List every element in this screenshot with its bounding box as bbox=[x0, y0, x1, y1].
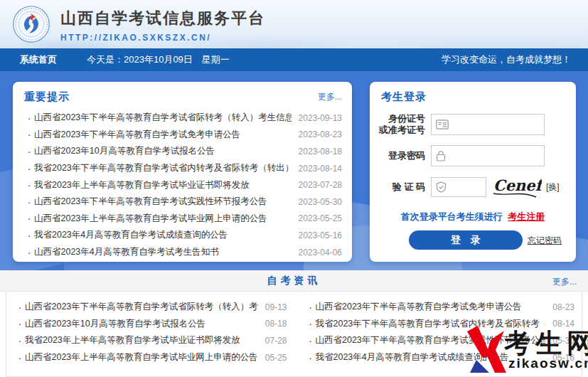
captcha-refresh-link[interactable]: [换] bbox=[546, 181, 560, 193]
notice-item-title[interactable]: 我省2023年4月高等教育自学考试成绩查询的公告 bbox=[34, 229, 292, 241]
news-item[interactable]: · 山西省2023年下半年高等教育自学考试免考申请公告 08-23 bbox=[306, 299, 575, 316]
id-input[interactable] bbox=[452, 116, 523, 133]
nav-home-link[interactable]: 系统首页 bbox=[20, 53, 57, 66]
notices-title: 重要提示 bbox=[24, 90, 70, 104]
news-item-date: 09-13 bbox=[265, 302, 287, 312]
site-url: HTTP://ZIKAO.SXKSZX.CN/ bbox=[60, 33, 265, 43]
news-title: 自考资讯 bbox=[267, 275, 321, 287]
nav-slogan: 学习改变命运，自考成就梦想！ bbox=[442, 53, 571, 66]
bullet-icon: · bbox=[24, 213, 34, 224]
notice-item[interactable]: · 山西省2023年4月高等教育自学考试考生告知书 2023-04-06 bbox=[24, 244, 342, 261]
bullet-icon: · bbox=[24, 163, 34, 174]
id-label-line2: 或准考证号 bbox=[370, 124, 425, 136]
notice-item-title[interactable]: 我省2023年下半年高等教育自学考试省内转考及省际转考（转出）... bbox=[34, 162, 292, 174]
bullet-icon: · bbox=[24, 112, 34, 124]
password-input-box bbox=[431, 145, 545, 166]
site-header: 山西自学考试信息服务平台 HTTP://ZIKAO.SXKSZX.CN/ bbox=[0, 0, 588, 48]
password-field-row: 登录密码 bbox=[370, 145, 576, 166]
notices-header: 重要提示 更多... bbox=[24, 90, 342, 104]
forgot-password-link[interactable]: 忘记密码 bbox=[528, 235, 562, 247]
bullet-icon: · bbox=[24, 196, 34, 208]
notice-item-date: 2023-05-30 bbox=[299, 197, 342, 207]
bullet-icon: · bbox=[24, 179, 34, 191]
notices-more-link[interactable]: 更多... bbox=[318, 91, 342, 103]
notice-item[interactable]: · 山西省2023年下半年高等教育自学考试省际转考（转入）考生信息... 202… bbox=[24, 110, 342, 127]
nav-bar: 系统首页 今天是：2023年10月09日 星期一 学习改变命运，自考成就梦想！ bbox=[0, 48, 588, 71]
id-label-line1: 身份证号 bbox=[370, 113, 425, 124]
notices-panel: 重要提示 更多... · 山西省2023年下半年高等教育自学考试省际转考（转入）… bbox=[13, 82, 352, 262]
notice-item-date: 2023-09-13 bbox=[299, 113, 342, 123]
captcha-field-row: 验 证 码 Cenef [换] bbox=[370, 176, 576, 198]
notice-item-title[interactable]: 山西省2023年下半年高等教育自学考试免考申请公告 bbox=[34, 129, 292, 141]
login-panel: 考生登录 身份证号 或准考证号 登录密码 bbox=[370, 82, 576, 262]
news-column-left: · 山西省2023年下半年高等教育自学考试省际转考（转入）考生信... 09-1… bbox=[6, 299, 294, 376]
notice-item[interactable]: · 我省2023年上半年高等教育自学考试毕业证书即将发放 2023-07-28 bbox=[24, 176, 342, 193]
news-item[interactable]: · 我省2023年上半年高等教育自学考试毕业证书即将发放 07-28 bbox=[15, 332, 287, 349]
notice-item[interactable]: · 山西省2023年上半年高等教育自学考试毕业网上申请的公告 2023-05-2… bbox=[24, 211, 342, 228]
id-field-label: 身份证号 或准考证号 bbox=[370, 113, 431, 136]
brand-block: 山西自学考试信息服务平台 HTTP://ZIKAO.SXKSZX.CN/ bbox=[60, 8, 265, 43]
bullet-icon: · bbox=[24, 247, 34, 258]
login-title: 考生登录 bbox=[381, 90, 427, 104]
notice-item-date: 2023-05-16 bbox=[299, 230, 342, 240]
bullet-icon: · bbox=[306, 352, 316, 363]
password-field-label: 登录密码 bbox=[370, 150, 431, 161]
news-item-title[interactable]: 山西省2023年上半年高等教育自学考试毕业网上申请的公告 bbox=[25, 351, 258, 363]
news-item-date: 07-28 bbox=[265, 336, 287, 346]
watermark-k-logo-icon bbox=[467, 324, 507, 374]
news-more-link[interactable]: 更多... bbox=[552, 276, 577, 288]
news-item[interactable]: · 山西省2023年10月高等教育自学考试报名公告 08-18 bbox=[15, 316, 287, 333]
watermark: 考生网 zikaosw.cn bbox=[467, 320, 588, 377]
news-item-date: 05-25 bbox=[265, 353, 287, 363]
register-link[interactable]: 考生注册 bbox=[508, 211, 545, 222]
register-note-text: 首次登录平台考生须进行 bbox=[401, 211, 503, 222]
bullet-icon: · bbox=[15, 352, 25, 363]
bullet-icon: · bbox=[24, 230, 34, 241]
captcha-image[interactable]: Cenef bbox=[492, 176, 542, 198]
id-input-box bbox=[431, 114, 545, 135]
notice-item-date: 2023-04-06 bbox=[299, 248, 342, 257]
notice-item[interactable]: · 我省2023年4月高等教育自学考试成绩查询的公告 2023-05-16 bbox=[24, 227, 342, 244]
notice-item-title[interactable]: 山西省2023年下半年高等教育自学考试实践性环节报考公告 bbox=[34, 196, 292, 208]
notice-item[interactable]: · 我省2023年下半年高等教育自学考试省内转考及省际转考（转出）... 202… bbox=[24, 160, 342, 177]
notice-item-title[interactable]: 山西省2023年4月高等教育自学考试考生告知书 bbox=[34, 246, 292, 258]
id-card-icon bbox=[436, 120, 449, 129]
notice-item[interactable]: · 山西省2023年下半年高等教育自学考试免考申请公告 2023-08-23 bbox=[24, 127, 342, 144]
news-item-date: 08-18 bbox=[265, 319, 287, 329]
news-item-title[interactable]: 我省2023年上半年高等教育自学考试毕业证书即将发放 bbox=[25, 334, 258, 346]
login-header: 考生登录 bbox=[381, 90, 565, 104]
news-item-title[interactable]: 山西省2023年10月高等教育自学考试报名公告 bbox=[25, 318, 258, 330]
notice-item[interactable]: · 山西省2023年下半年高等教育自学考试实践性环节报考公告 2023-05-3… bbox=[24, 193, 342, 211]
nav-date-text: 今天是：2023年10月09日 星期一 bbox=[87, 53, 230, 66]
bullet-icon: · bbox=[306, 302, 316, 313]
captcha-input[interactable] bbox=[450, 179, 481, 196]
site-title: 山西自学考试信息服务平台 bbox=[60, 8, 265, 29]
captcha-input-box bbox=[431, 177, 486, 197]
notice-item-title[interactable]: 山西省2023年上半年高等教育自学考试毕业网上申请的公告 bbox=[34, 213, 292, 225]
watermark-domain: zikaosw.cn bbox=[508, 356, 588, 371]
news-item-date: 08-23 bbox=[552, 302, 574, 312]
news-item-title[interactable]: 山西省2023年下半年高等教育自学考试免考申请公告 bbox=[316, 301, 546, 313]
bullet-icon: · bbox=[24, 146, 34, 157]
notices-list: · 山西省2023年下半年高等教育自学考试省际转考（转入）考生信息... 202… bbox=[24, 110, 342, 260]
bullet-icon: · bbox=[15, 335, 25, 346]
notice-item[interactable]: · 山西省2023年10月高等教育自学考试报名公告 2023-08-18 bbox=[24, 143, 342, 160]
bullet-icon: · bbox=[15, 318, 25, 329]
password-input[interactable] bbox=[449, 147, 520, 164]
id-field-row: 身份证号 或准考证号 bbox=[370, 113, 576, 136]
notice-item-date: 2023-08-14 bbox=[299, 164, 342, 174]
bullet-icon: · bbox=[24, 129, 34, 140]
site-logo-icon bbox=[12, 5, 50, 43]
login-actions: 登录 忘记密码 bbox=[370, 230, 576, 250]
shield-icon bbox=[436, 181, 447, 193]
notice-item-title[interactable]: 我省2023年上半年高等教育自学考试毕业证书即将发放 bbox=[34, 179, 292, 191]
news-item[interactable]: · 山西省2023年下半年高等教育自学考试省际转考（转入）考生信... 09-1… bbox=[15, 299, 287, 316]
news-item-title[interactable]: 山西省2023年下半年高等教育自学考试省际转考（转入）考生信... bbox=[25, 301, 258, 313]
watermark-inner: 考生网 zikaosw.cn bbox=[467, 320, 588, 377]
bullet-icon: · bbox=[306, 335, 316, 346]
news-item[interactable]: · 山西省2023年上半年高等教育自学考试毕业网上申请的公告 05-25 bbox=[15, 349, 287, 366]
bullet-icon: · bbox=[15, 302, 25, 313]
notice-item-title[interactable]: 山西省2023年下半年高等教育自学考试省际转考（转入）考生信息... bbox=[34, 112, 292, 124]
notice-item-title[interactable]: 山西省2023年10月高等教育自学考试报名公告 bbox=[34, 145, 292, 157]
login-button[interactable]: 登录 bbox=[409, 230, 523, 250]
